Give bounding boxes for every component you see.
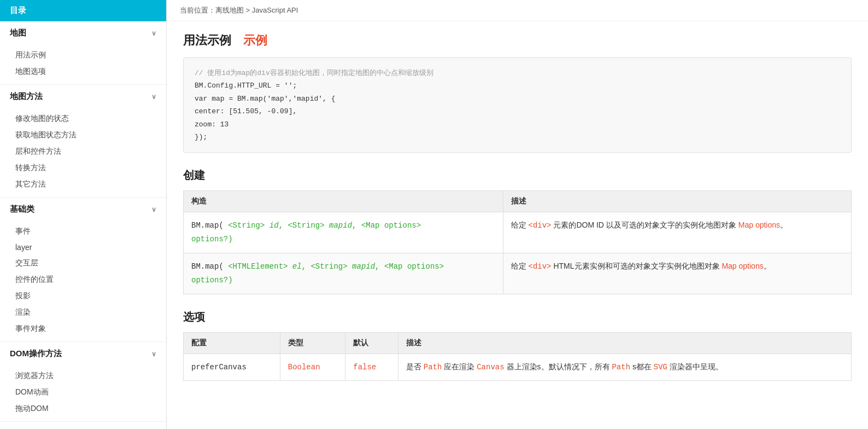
table-row: preferCanvas Boolean false 是否 Path 应在渲染 … [184,353,852,381]
sidebar-item-map-options[interactable]: 地图选项 [0,63,166,80]
constructor-cell-2: BM.map( <HTMLElement> el, <String> mapid… [184,253,503,294]
chevron-down-icon: ∨ [151,30,156,37]
prefer-canvas-text: preferCanvas [191,363,247,372]
sidebar-item-browser[interactable]: 浏览器方法 [0,368,166,384]
sidebar-section-base-classes-title[interactable]: 基础类 ∨ [0,198,166,221]
sidebar-section-map-title[interactable]: 地图 ∨ [0,21,166,45]
create-section-title: 创建 [183,168,852,183]
option-default-text: false [353,363,376,372]
options-table: 配置 类型 默认 描述 preferCanvas Boolean false [183,332,852,381]
sidebar-section-map-methods-title[interactable]: 地图方法 ∨ [0,85,166,108]
breadcrumb: 当前位置：离线地图 > JavaScript API [167,0,868,21]
canvas-text: Canvas [477,363,504,372]
code-comment-line: // 使用id为map的div容器初始化地图，同时指定地图的中心点和缩放级别 [195,67,840,79]
map-section-label: 地图 [10,28,26,38]
code-text-4: zoom: 13 [195,120,228,129]
path-text-1: Path [424,363,442,372]
constructor-bm-map-1: BM.map( [191,221,224,230]
options-section-title: 选项 [183,310,852,324]
constructor-optional-1: options?) [191,235,233,244]
map-methods-section-label: 地图方法 [10,91,43,102]
code-line-5: }); [195,131,840,143]
sidebar-item-event-object[interactable]: 事件对象 [0,321,166,337]
sidebar-item-dom-animation[interactable]: DOM动画 [0,384,166,401]
sidebar-section-map-methods-items: 修改地图的状态 获取地图状态方法 层和控件方法 转换方法 其它方法 [0,108,166,197]
code-line-3: center: [51.505, -0.09], [195,105,840,118]
sidebar-item-projection[interactable]: 投影 [0,288,166,304]
table-row: BM.map( <String> id, <String> mapid, <Ma… [184,212,852,253]
breadcrumb-text: 当前位置：离线地图 > JavaScript API [180,6,298,14]
code-comment-text: // 使用id为map的div容器初始化地图，同时指定地图的中心点和缩放级别 [195,69,433,77]
options-table-header-row: 配置 类型 默认 描述 [184,332,852,353]
path-text-2: Path [612,363,630,372]
code-text-3: center: [51.505, -0.09], [195,107,297,115]
usage-section-title: 用法示例 示例 [183,32,852,49]
sidebar-header: 目录 [0,0,166,21]
option-type-text: Boolean [288,363,320,372]
code-text-2: var map = BM.map('map','mapid', { [195,95,335,103]
div-tag-2: <div> [529,262,552,271]
desc-cell-2: 给定 <div> HTML元素实例和可选的对象文字实例化地图对象 Map opt… [503,253,851,294]
option-config: preferCanvas [184,353,280,381]
sidebar-section-base-classes: 基础类 ∨ 事件 layer 交互层 控件的位置 投影 渲染 事件对象 [0,198,166,342]
code-block: // 使用id为map的div容器初始化地图，同时指定地图的中心点和缩放级别 B… [183,57,852,153]
sidebar-item-render[interactable]: 渲染 [0,304,166,321]
map-options-link-2[interactable]: Map options [722,262,763,270]
sidebar-item-layers-controls[interactable]: 层和控件方法 [0,143,166,160]
content-area: 用法示例 示例 // 使用id为map的div容器初始化地图，同时指定地图的中心… [167,21,868,403]
sidebar-item-modify-state[interactable]: 修改地图的状态 [0,111,166,127]
code-line-2: var map = BM.map('map','mapid', { [195,92,840,105]
sidebar-item-other-methods[interactable]: 其它方法 [0,176,166,193]
dom-section-label: DOM操作方法 [10,349,62,359]
sidebar: 目录 地图 ∨ 用法示例 地图选项 地图方法 ∨ 修改地图的状态 获取地图状态方… [0,0,167,429]
col-default: 默认 [345,332,398,353]
sidebar-section-base-classes-items: 事件 layer 交互层 控件的位置 投影 渲染 事件对象 [0,221,166,341]
code-text-1: BM.Config.HTTP_URL = ''; [195,82,297,90]
usage-title-text: 用法示例 [183,32,231,49]
option-desc: 是否 Path 应在渲染 Canvas 器上渲染s。默认情况下，所有 Path … [398,353,851,381]
code-text-5: }); [195,133,207,141]
col-config: 配置 [184,332,280,353]
sidebar-section-dom-title[interactable]: DOM操作方法 ∨ [0,342,166,366]
main-content: 当前位置：离线地图 > JavaScript API 用法示例 示例 // 使用… [167,0,868,429]
col-desc: 描述 [398,332,851,353]
map-options-link-1[interactable]: Map options [738,221,780,229]
sidebar-item-get-state[interactable]: 获取地图状态方法 [0,127,166,143]
usage-highlight-text: 示例 [243,32,267,49]
sidebar-item-control-position[interactable]: 控件的位置 [0,271,166,288]
option-type: Boolean [280,353,345,381]
sidebar-section-map-items: 用法示例 地图选项 [0,45,166,84]
chevron-down-icon-2: ∨ [151,93,156,101]
sidebar-section-map: 地图 ∨ 用法示例 地图选项 [0,21,166,85]
svg-text: SVG [654,363,667,372]
sidebar-header-label: 目录 [10,5,26,15]
sidebar-section-map-methods: 地图方法 ∨ 修改地图的状态 获取地图状态方法 层和控件方法 转换方法 其它方法 [0,85,166,198]
constructor-optional-2: options?) [191,276,233,285]
option-default: false [345,353,398,381]
col-constructor: 构造 [184,191,503,212]
sidebar-item-layer[interactable]: layer [0,240,166,255]
sidebar-section-dom: DOM操作方法 ∨ 浏览器方法 DOM动画 拖动DOM [0,342,166,422]
chevron-down-icon-3: ∨ [151,206,156,213]
code-line-4: zoom: 13 [195,118,840,131]
code-line-1: BM.Config.HTTP_URL = ''; [195,79,840,92]
sidebar-item-convert[interactable]: 转换方法 [0,160,166,176]
desc-cell-1: 给定 <div> 元素的DOM ID 以及可选的对象文字的实例化地图对象 Map… [503,212,851,253]
sidebar-item-event[interactable]: 事件 [0,223,166,240]
constructor-params-1: <String> id, <String> mapid, <Map option… [224,221,421,230]
sidebar-section-dom-items: 浏览器方法 DOM动画 拖动DOM [0,366,166,421]
options-title-text: 选项 [183,311,205,323]
sidebar-item-interaction[interactable]: 交互层 [0,255,166,271]
create-title-text: 创建 [183,169,205,181]
constructor-cell-1: BM.map( <String> id, <String> mapid, <Ma… [184,212,503,253]
col-description: 描述 [503,191,851,212]
constructor-params-2: <HTMLElement> el, <String> mapid, <Map o… [224,262,444,271]
create-table: 构造 描述 BM.map( <String> id, <String> mapi… [183,190,852,294]
table-row: BM.map( <HTMLElement> el, <String> mapid… [184,253,852,294]
sidebar-item-usage[interactable]: 用法示例 [0,47,166,63]
chevron-down-icon-4: ∨ [151,350,156,358]
div-tag-1: <div> [529,221,552,230]
sidebar-item-drag-dom[interactable]: 拖动DOM [0,401,166,417]
col-type: 类型 [280,332,345,353]
base-classes-section-label: 基础类 [10,204,34,215]
